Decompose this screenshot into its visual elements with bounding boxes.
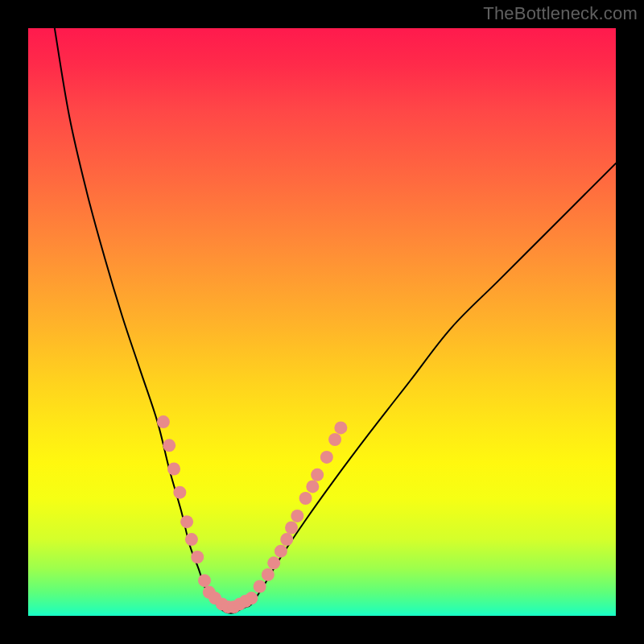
highlight-dot [311,469,324,481]
highlight-dot [173,486,186,499]
highlight-dot [180,515,193,528]
chart-area [28,28,616,616]
highlight-dot [245,592,258,605]
highlight-dot [262,568,275,581]
watermark-text: TheBottleneck.com [483,3,638,24]
highlight-dot [334,421,347,434]
bottleneck-curve [55,28,616,613]
highlight-dot [306,480,319,493]
curve-svg [28,28,616,616]
highlight-dot [191,551,204,564]
highlight-dot [157,415,170,428]
highlight-dot [275,545,287,558]
highlight-dot [254,580,266,593]
highlight-dot [320,451,333,464]
highlight-dot [198,574,211,587]
highlight-dot [163,439,175,452]
highlight-dot [280,533,293,546]
highlight-dot [167,463,180,476]
highlight-dot [267,556,280,569]
highlight-dot [328,433,341,446]
highlight-dot [285,522,298,535]
highlight-dot [291,510,303,522]
highlight-dot [299,492,312,505]
highlight-dot [185,533,198,546]
